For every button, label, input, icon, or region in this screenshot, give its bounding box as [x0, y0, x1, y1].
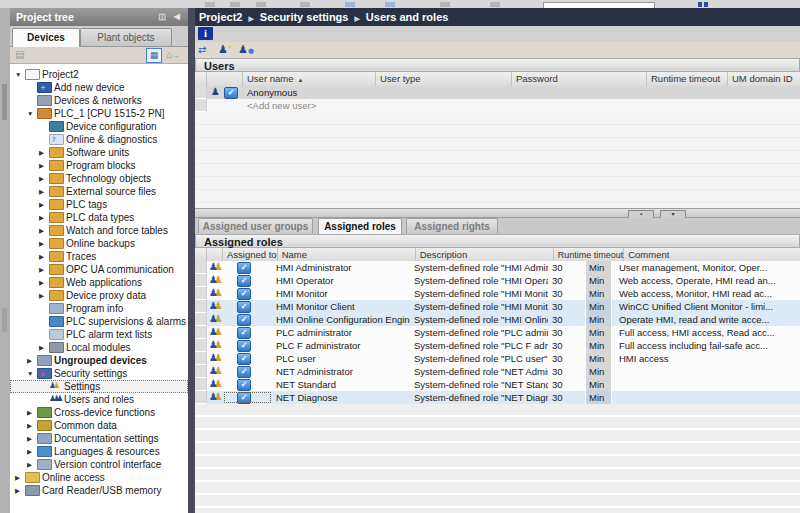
role-row-hmi-monitor-client[interactable]: ♟♟✓HMI Monitor ClientSystem-defined role…	[195, 300, 800, 314]
assigned-checkbox[interactable]: ✓	[237, 275, 251, 287]
tree-item-plc-alarm-text-lists[interactable]: PLC alarm text lists	[10, 328, 188, 341]
tree-item-ungrouped-devices[interactable]: ▶Ungrouped devices	[10, 354, 188, 367]
window-icon[interactable]: ◫	[158, 8, 166, 26]
expand-arrow-icon[interactable]: ▶	[27, 445, 37, 458]
expand-arrow-icon[interactable]: ▼	[15, 68, 25, 81]
expand-arrow-icon[interactable]: ▶	[27, 458, 37, 471]
expand-arrow-icon[interactable]: ▶	[39, 250, 49, 263]
tree-item-card-reader-usb-memory[interactable]: ▶Card Reader/USB memory	[10, 484, 188, 497]
header-assigned-to[interactable]: Assigned to	[223, 248, 278, 261]
tree-item-plc-supervisions-alarms[interactable]: PLC supervisions & alarms	[10, 315, 188, 328]
tree-item-external-source-files[interactable]: ▶External source files	[10, 185, 188, 198]
expand-arrow-icon[interactable]: ▶	[27, 432, 37, 445]
breadcrumb-users-and-roles[interactable]: Users and roles	[362, 11, 453, 23]
expand-arrow-icon[interactable]: ▶	[39, 263, 49, 276]
expand-arrow-icon[interactable]: ▶	[39, 146, 49, 159]
role-row-plc-f-administrator[interactable]: ♟♟✓PLC F administratorSystem-defined rol…	[195, 339, 800, 353]
role-row-net-standard[interactable]: ♟♟✓NET StandardSystem-defined role "NET …	[195, 378, 800, 392]
role-row-net-administrator[interactable]: ♟♟✓NET AdministratorSystem-defined role …	[195, 365, 800, 379]
assigned-checkbox[interactable]: ✓	[237, 366, 251, 378]
assigned-checkbox[interactable]: ✓	[237, 353, 251, 365]
tree-item-watch-and-force-tables[interactable]: ▶Watch and force tables	[10, 224, 188, 237]
role-row-net-diagnose[interactable]: ♟♟✓NET DiagnoseSystem-defined role "NET …	[195, 391, 800, 405]
role-row-plc-user[interactable]: ♟♟✓PLC userSystem-defined role "PLC user…	[195, 352, 800, 366]
header-user-type[interactable]: User type	[376, 72, 512, 86]
tree-item-add-new-device[interactable]: +Add new device	[10, 81, 188, 94]
expand-arrow-icon[interactable]: ▼	[27, 107, 37, 120]
horizontal-splitter[interactable]: ▪ ▾	[195, 208, 800, 218]
expand-arrow-icon[interactable]: ▶	[27, 406, 37, 419]
tree-item-traces[interactable]: ▶Traces	[10, 250, 188, 263]
info-button[interactable]: i	[198, 27, 213, 40]
details-view-icon[interactable]: ▦	[146, 48, 162, 63]
tree-item-device-configuration[interactable]: Device configuration	[10, 120, 188, 133]
role-row-hmi-monitor[interactable]: ♟♟✓HMI MonitorSystem-defined role "HMI M…	[195, 287, 800, 301]
expand-arrow-icon[interactable]: ▶	[15, 484, 25, 497]
tab-assigned-roles[interactable]: Assigned roles	[318, 218, 402, 234]
tree-item-plc-tags[interactable]: ▶PLC tags	[10, 198, 188, 211]
expand-arrow-icon[interactable]: ▶	[39, 159, 49, 172]
add-new-user-row[interactable]: <Add new user>	[195, 99, 800, 113]
header-description[interactable]: Description	[416, 248, 554, 261]
expand-arrow-icon[interactable]: ▶	[39, 289, 49, 302]
expand-arrow-icon[interactable]: ▶	[27, 354, 37, 367]
tree-item-software-units[interactable]: ▶Software units	[10, 146, 188, 159]
expand-arrow-icon[interactable]: ▶	[27, 419, 37, 432]
add-user-icon[interactable]: ♟*	[218, 43, 232, 56]
expand-arrow-icon[interactable]: ▶	[39, 185, 49, 198]
collapse-panel-icon[interactable]: ◀	[174, 8, 180, 26]
header-runtime-timeout[interactable]: Runtime timeout	[647, 72, 728, 86]
breadcrumb-project[interactable]: Project2	[195, 11, 246, 23]
header-um-domain-id[interactable]: UM domain ID	[728, 72, 800, 86]
assigned-checkbox[interactable]: ✓	[237, 379, 251, 391]
assigned-checkbox[interactable]: ✓	[237, 288, 251, 300]
tab-plant-objects[interactable]: Plant objects	[80, 28, 172, 46]
assigned-checkbox[interactable]: ✓	[237, 327, 251, 339]
expand-arrow-icon[interactable]: ▶	[39, 172, 49, 185]
expand-arrow-icon[interactable]: ▶	[15, 471, 25, 484]
tree-item-cross-device-functions[interactable]: ▶Cross-device functions	[10, 406, 188, 419]
header-name[interactable]: Name	[278, 248, 416, 261]
header-user-name[interactable]: User name▲	[243, 72, 376, 86]
add-new-user-label[interactable]: <Add new user>	[243, 99, 376, 112]
role-row-hmi-online-configuration-engineer[interactable]: ♟♟✓HMI Online Configuration EngineerSyst…	[195, 313, 800, 327]
expand-arrow-icon[interactable]: ▶	[39, 211, 49, 224]
tree-item-documentation-settings[interactable]: ▶Documentation settings	[10, 432, 188, 445]
tab-assigned-rights[interactable]: Assigned rights	[406, 218, 498, 233]
sync-settings-icon[interactable]: ⇄	[198, 43, 206, 56]
expand-arrow-icon[interactable]: ▶	[39, 341, 49, 354]
panel-splitter[interactable]	[188, 8, 195, 513]
user-row-anonymous[interactable]: ♟✓Anonymous	[195, 86, 800, 100]
tree-item-common-data[interactable]: ▶Common data	[10, 419, 188, 432]
tree-item-online-access[interactable]: ▶Online access	[10, 471, 188, 484]
tree-item-local-modules[interactable]: ▶Local modules	[10, 341, 188, 354]
tree-item-settings[interactable]: ♟♟Settings	[10, 380, 188, 393]
expand-arrow-icon[interactable]: ▶	[39, 224, 49, 237]
tree-item-users-and-roles[interactable]: ♟♟♟Users and roles	[10, 393, 188, 406]
tab-devices[interactable]: Devices	[12, 28, 80, 47]
tree-item-plc-data-types[interactable]: ▶PLC data types	[10, 211, 188, 224]
plant-view-icon[interactable]: ⌂→	[166, 48, 180, 61]
tree-item-device-proxy-data[interactable]: ▶Device proxy data	[10, 289, 188, 302]
tree-item-program-info[interactable]: Program info	[10, 302, 188, 315]
role-row-hmi-administrator[interactable]: ♟♟✓HMI AdministratorSystem-defined role …	[195, 261, 800, 275]
tree-item-version-control-interface[interactable]: ▶Version control interface	[10, 458, 188, 471]
new-folder-icon[interactable]: ▤	[13, 48, 27, 61]
header-runtime-timeout[interactable]: Runtime timeout	[554, 248, 625, 261]
tree-item-project2[interactable]: ▼Project2	[10, 68, 188, 81]
role-row-hmi-operator[interactable]: ♟♟✓HMI OperatorSystem-defined role "HMI …	[195, 274, 800, 288]
tree-item-technology-objects[interactable]: ▶Technology objects	[10, 172, 188, 185]
role-row-plc-administrator[interactable]: ♟♟✓PLC administratorSystem-defined role …	[195, 326, 800, 340]
assigned-checkbox[interactable]: ✓	[237, 392, 251, 404]
tree-item-security-settings[interactable]: ▼▪Security settings	[10, 367, 188, 380]
expand-arrow-icon[interactable]: ▼	[27, 367, 37, 380]
tree-item-online-diagnostics[interactable]: ?Online & diagnostics	[10, 133, 188, 146]
tree-item-online-backups[interactable]: ▶Online backups	[10, 237, 188, 250]
tree-item-web-applications[interactable]: ▶Web applications	[10, 276, 188, 289]
expand-arrow-icon[interactable]: ▶	[39, 276, 49, 289]
tree-item-opc-ua-communication[interactable]: ▶OPC UA communication	[10, 263, 188, 276]
breadcrumb-security-settings[interactable]: Security settings	[256, 11, 353, 23]
expand-arrow-icon[interactable]: ▶	[39, 237, 49, 250]
tree-item-languages-resources[interactable]: ▶Languages & resources	[10, 445, 188, 458]
assigned-checkbox[interactable]: ✓	[237, 340, 251, 352]
